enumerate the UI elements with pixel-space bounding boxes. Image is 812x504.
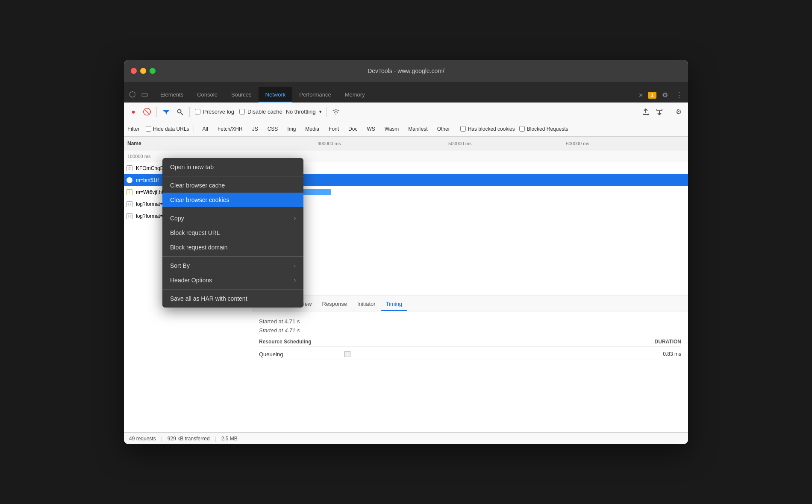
- toolbar-separator-4: [669, 107, 669, 117]
- ctx-sep-3: [162, 256, 303, 257]
- devtools-window: DevTools - www.google.com/ ⬡ ▭ Elements …: [124, 60, 688, 444]
- network-settings-icon[interactable]: ⚙: [673, 106, 685, 118]
- ctx-open-new-tab[interactable]: Open in new tab: [162, 160, 303, 174]
- filter-font[interactable]: Font: [324, 125, 343, 133]
- filter-fetch-xhr[interactable]: Fetch/XHR: [213, 125, 247, 133]
- tab-performance[interactable]: Performance: [292, 87, 338, 103]
- started-at-label: Started at 4.71 s: [259, 318, 681, 325]
- row-icon-img-3: i: [127, 189, 132, 195]
- filter-css[interactable]: CSS: [263, 125, 282, 133]
- blocked-requests-label[interactable]: Blocked Requests: [519, 126, 568, 132]
- right-panel: 400000 ms 500000 ms 600000 ms: [252, 137, 688, 432]
- ctx-block-url[interactable]: Block request URL: [162, 226, 303, 240]
- filter-media[interactable]: Media: [301, 125, 324, 133]
- filter-other[interactable]: Other: [433, 125, 454, 133]
- queueing-bar-rect: [344, 351, 350, 357]
- preserve-log-label[interactable]: Preserve log: [195, 108, 234, 115]
- more-options-icon[interactable]: ⋮: [674, 90, 685, 100]
- ctx-sort-arrow: ›: [294, 263, 296, 269]
- ctx-copy[interactable]: Copy ›: [162, 211, 303, 226]
- row-icon-area-4: □: [125, 201, 134, 207]
- blocked-requests-checkbox[interactable]: [519, 126, 525, 132]
- filter-img[interactable]: Img: [283, 125, 300, 133]
- disable-cache-checkbox[interactable]: [239, 109, 245, 114]
- network-toolbar: ● 🚫 Preserve log Disable cache No thrott…: [124, 103, 688, 121]
- wifi-icon[interactable]: [330, 106, 342, 118]
- ctx-sort-by[interactable]: Sort By ›: [162, 258, 303, 273]
- maximize-button[interactable]: [150, 68, 156, 74]
- row-icon-area-1: d: [125, 165, 134, 171]
- ctx-copy-arrow: ›: [294, 215, 296, 221]
- tab-sources[interactable]: Sources: [224, 87, 259, 103]
- ctx-header-options[interactable]: Header Options ›: [162, 273, 303, 287]
- tab-memory[interactable]: Memory: [338, 87, 372, 103]
- ctx-clear-cookies[interactable]: Clear browser cookies: [162, 193, 303, 207]
- wf-row-5[interactable]: [252, 210, 688, 222]
- throttle-select[interactable]: No throttling ▼: [286, 108, 323, 115]
- clear-button[interactable]: 🚫: [141, 106, 153, 118]
- detail-tab-timing[interactable]: Timing: [381, 297, 408, 311]
- more-tabs-button[interactable]: »: [637, 91, 644, 100]
- upload-button[interactable]: [640, 106, 652, 118]
- detail-tab-response[interactable]: Response: [317, 297, 352, 311]
- hide-data-urls-checkbox[interactable]: [146, 126, 151, 132]
- detail-tab-initiator[interactable]: Initiator: [352, 297, 381, 311]
- filter-manifest[interactable]: Manifest: [404, 125, 432, 133]
- tabs-bar: ⬡ ▭ Elements Console Sources Network Per…: [124, 82, 688, 103]
- close-button[interactable]: [131, 68, 137, 74]
- main-area: Name 100000 ms d KFOmChqEu92F...: [124, 137, 688, 444]
- has-blocked-cookies-label[interactable]: Has blocked cookies: [460, 126, 515, 132]
- tab-elements[interactable]: Elements: [153, 87, 190, 103]
- notification-badge: 1: [648, 92, 656, 99]
- svg-point-0: [178, 109, 181, 113]
- name-column-header: Name: [124, 137, 252, 150]
- toolbar-separator-2: [189, 107, 190, 117]
- time-tick-100: 100000 ms: [127, 154, 150, 159]
- filter-wasm[interactable]: Wasm: [380, 125, 403, 133]
- hide-data-urls-label[interactable]: Hide data URLs: [146, 126, 189, 132]
- toolbar-separator-1: [156, 107, 157, 117]
- minimize-button[interactable]: [140, 68, 146, 74]
- filter-label: Filter: [127, 126, 140, 132]
- started-at-detail: Started at 4.71 s: [259, 327, 681, 334]
- toolbar-separator-3: [326, 107, 327, 117]
- filter-js[interactable]: JS: [248, 125, 262, 133]
- has-blocked-cookies-checkbox[interactable]: [460, 126, 466, 132]
- ctx-clear-cache[interactable]: Clear browser cache: [162, 178, 303, 193]
- queueing-row: Queueing 0.83 ms: [259, 349, 681, 360]
- row-icon-circle-2: [127, 177, 132, 183]
- tab-icon-area: ⬡ ▭: [127, 90, 150, 103]
- cursor-icon[interactable]: ⬡: [127, 90, 138, 99]
- wf-row-4[interactable]: [252, 198, 688, 210]
- settings-icon[interactable]: ⚙: [660, 90, 670, 100]
- disable-cache-label[interactable]: Disable cache: [239, 108, 282, 115]
- device-icon[interactable]: ▭: [139, 90, 150, 99]
- wf-row-1[interactable]: [252, 162, 688, 174]
- row-icon-area-2: [125, 177, 134, 183]
- download-button[interactable]: [653, 106, 665, 118]
- resource-scheduling-header: Resource Scheduling DURATION: [259, 337, 681, 347]
- preserve-log-checkbox[interactable]: [195, 109, 200, 114]
- record-button[interactable]: ●: [127, 106, 139, 118]
- ctx-sep-2: [162, 209, 303, 209]
- ctx-block-domain[interactable]: Block request domain: [162, 240, 303, 255]
- wf-row-3[interactable]: [252, 186, 688, 198]
- wf-tick-2: 500000 ms: [448, 141, 471, 146]
- wf-row-2[interactable]: [252, 174, 688, 186]
- row-icon-box-5: □: [127, 213, 132, 219]
- filter-sep-1: [194, 125, 194, 133]
- search-button[interactable]: [174, 106, 186, 118]
- filter-ws[interactable]: WS: [362, 125, 379, 133]
- tab-console[interactable]: Console: [190, 87, 224, 103]
- filter-doc[interactable]: Doc: [344, 125, 362, 133]
- toolbar-right: ⚙: [640, 106, 685, 118]
- tab-network[interactable]: Network: [259, 87, 293, 103]
- window-title: DevTools - www.google.com/: [368, 67, 444, 74]
- row-icon-area-5: □: [125, 213, 134, 219]
- type-filter-bar: Filter Hide data URLs All Fetch/XHR JS C…: [124, 121, 688, 137]
- ctx-save-har[interactable]: Save all as HAR with content: [162, 291, 303, 306]
- filter-button[interactable]: [160, 106, 172, 118]
- queueing-value: 0.83 ms: [647, 351, 681, 357]
- context-menu: Open in new tab Clear browser cache Clea…: [162, 158, 303, 308]
- filter-all[interactable]: All: [198, 125, 212, 133]
